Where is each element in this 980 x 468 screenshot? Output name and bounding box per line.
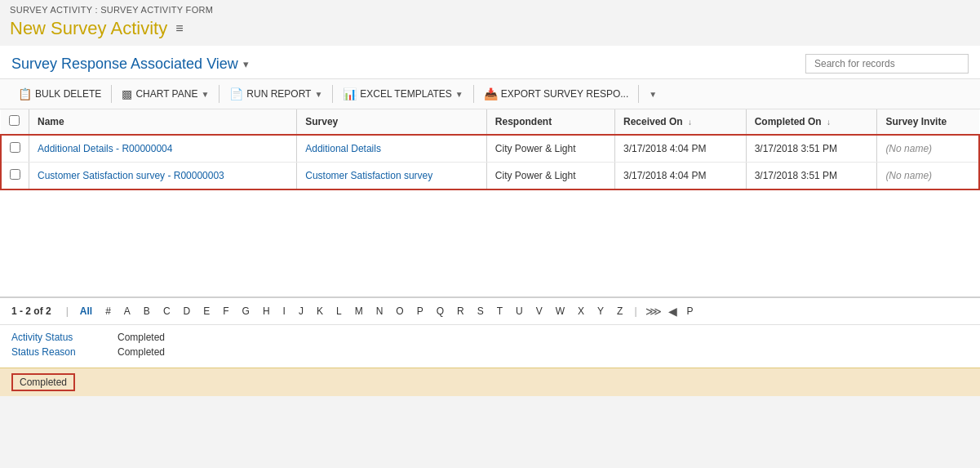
row-received-on-cell: 3/17/2018 4:04 PM <box>615 163 746 190</box>
pagination-e[interactable]: E <box>200 305 213 318</box>
report-icon: 📄 <box>229 87 243 100</box>
pagination-p2[interactable]: P <box>684 305 697 318</box>
received-on-column-header: Received On ↓ <box>615 109 746 135</box>
more-dropdown-icon[interactable]: ▼ <box>649 90 657 99</box>
survey-column-header: Survey <box>297 109 486 135</box>
status-badge[interactable]: Completed <box>11 373 75 391</box>
chevron-down-icon[interactable]: ▾ <box>243 58 249 70</box>
pagination-c[interactable]: C <box>160 305 174 318</box>
excel-templates-label: EXCEL TEMPLATES <box>360 88 451 100</box>
toolbar-divider-2 <box>219 85 220 103</box>
run-report-button[interactable]: 📄 RUN REPORT ▼ <box>223 84 329 104</box>
select-all-column[interactable] <box>1 109 29 135</box>
respondent-column-header: Respondent <box>487 109 614 135</box>
row-checkbox[interactable] <box>10 169 20 180</box>
pagination-a[interactable]: A <box>121 305 134 318</box>
pagination-j[interactable]: J <box>295 305 307 318</box>
chart-pane-label: CHART PANE <box>135 88 197 100</box>
table-row: Additional Details - R00000004 Additiona… <box>1 135 979 163</box>
pagination-z[interactable]: Z <box>614 305 626 318</box>
table-container: Name Survey Respondent Received On ↓ Com… <box>0 109 980 190</box>
page-title: New Survey Activity <box>10 18 167 39</box>
chart-pane-dropdown-icon[interactable]: ▼ <box>201 90 209 99</box>
completed-on-column-header: Completed On ↓ <box>747 109 877 135</box>
hamburger-menu-icon[interactable]: ≡ <box>175 21 183 36</box>
section-title-text: Survey Response Associated View <box>11 56 238 73</box>
survey-invite-column-header: Survey Invite <box>877 109 979 135</box>
run-report-dropdown-icon[interactable]: ▼ <box>314 90 322 99</box>
table-row: Customer Satisfaction survey - R00000003… <box>1 163 979 190</box>
row-name-link[interactable]: Additional Details - R00000004 <box>38 143 172 154</box>
activity-status-value: Completed <box>118 332 165 343</box>
bulk-delete-label: BULK DELETE <box>35 88 101 100</box>
chart-icon: ▩ <box>122 87 132 100</box>
status-bar: Completed <box>0 368 980 396</box>
run-report-label: RUN REPORT <box>246 88 311 100</box>
breadcrumb: SURVEY ACTIVITY : SURVEY ACTIVITY FORM <box>0 0 980 16</box>
delete-icon: 📋 <box>18 87 32 100</box>
pagination-q[interactable]: Q <box>433 305 447 318</box>
export-survey-label: EXPORT SURVEY RESPO... <box>501 88 629 100</box>
pagination-b[interactable]: B <box>140 305 153 318</box>
row-received-on-cell: 3/17/2018 4:04 PM <box>615 135 746 163</box>
pagination-v[interactable]: V <box>533 305 546 318</box>
pagination-r[interactable]: R <box>454 305 468 318</box>
row-survey-invite-cell: (No name) <box>877 135 979 163</box>
pagination-g[interactable]: G <box>239 305 253 318</box>
chart-pane-button[interactable]: ▩ CHART PANE ▼ <box>115 84 215 104</box>
pagination-p[interactable]: P <box>414 305 427 318</box>
toolbar-divider-1 <box>111 85 112 103</box>
pagination-t[interactable]: T <box>494 305 506 318</box>
section-title[interactable]: Survey Response Associated View ▾ <box>11 56 249 73</box>
row-survey-invite-cell: (No name) <box>877 163 979 190</box>
search-input[interactable] <box>805 54 969 74</box>
records-table: Name Survey Respondent Received On ↓ Com… <box>0 109 980 190</box>
activity-status-label: Activity Status <box>11 332 118 343</box>
excel-icon: 📊 <box>343 87 357 100</box>
pagination-h[interactable]: H <box>259 305 273 318</box>
row-checkbox-cell[interactable] <box>1 163 29 190</box>
export-survey-button[interactable]: 📥 EXPORT SURVEY RESPO... <box>477 84 636 104</box>
received-on-sort-icon[interactable]: ↓ <box>688 118 692 127</box>
row-respondent-cell: City Power & Light <box>487 163 614 190</box>
prev-page-icon[interactable]: ◀ <box>668 305 677 318</box>
status-reason-value: Completed <box>118 346 165 358</box>
row-completed-on-cell: 3/17/2018 3:51 PM <box>747 163 877 190</box>
pagination-all[interactable]: All <box>77 305 95 318</box>
select-all-checkbox[interactable] <box>9 115 20 126</box>
row-checkbox[interactable] <box>10 142 20 153</box>
export-icon: 📥 <box>484 87 498 100</box>
pagination-i[interactable]: I <box>280 305 289 318</box>
completed-on-sort-icon[interactable]: ↓ <box>827 118 831 127</box>
pagination-o[interactable]: O <box>392 305 406 318</box>
page-count: 1 - 2 of 2 <box>11 305 51 317</box>
excel-templates-button[interactable]: 📊 EXCEL TEMPLATES ▼ <box>336 84 469 104</box>
pagination-l[interactable]: L <box>333 305 345 318</box>
toolbar-divider-3 <box>332 85 333 103</box>
pagination-m[interactable]: M <box>352 305 366 318</box>
pagination-hash[interactable]: # <box>102 305 114 318</box>
row-survey-cell: Customer Satisfaction survey <box>297 163 486 190</box>
page-separator-1: | <box>66 305 69 317</box>
pagination-y[interactable]: Y <box>594 305 607 318</box>
row-checkbox-cell[interactable] <box>1 135 29 163</box>
footer-fields: Activity Status Completed Status Reason … <box>0 324 980 368</box>
pagination-k[interactable]: K <box>313 305 326 318</box>
page-separator-2: | <box>634 305 636 317</box>
first-page-icon[interactable]: ⋙ <box>645 305 662 318</box>
row-survey-link[interactable]: Customer Satisfaction survey <box>305 170 432 181</box>
more-button[interactable]: ▼ <box>642 87 663 102</box>
status-reason-label: Status Reason <box>11 346 118 358</box>
pagination-s[interactable]: S <box>474 305 487 318</box>
pagination-x[interactable]: X <box>574 305 588 318</box>
pagination-f[interactable]: F <box>220 305 232 318</box>
bulk-delete-button[interactable]: 📋 BULK DELETE <box>11 84 108 104</box>
row-respondent-cell: City Power & Light <box>487 135 614 163</box>
pagination-d[interactable]: D <box>180 305 194 318</box>
pagination-n[interactable]: N <box>373 305 387 318</box>
excel-templates-dropdown-icon[interactable]: ▼ <box>455 90 463 99</box>
row-name-link[interactable]: Customer Satisfaction survey - R00000003 <box>38 170 224 181</box>
row-survey-link[interactable]: Additional Details <box>305 143 381 154</box>
pagination-u[interactable]: U <box>512 305 526 318</box>
pagination-w[interactable]: W <box>552 305 568 318</box>
